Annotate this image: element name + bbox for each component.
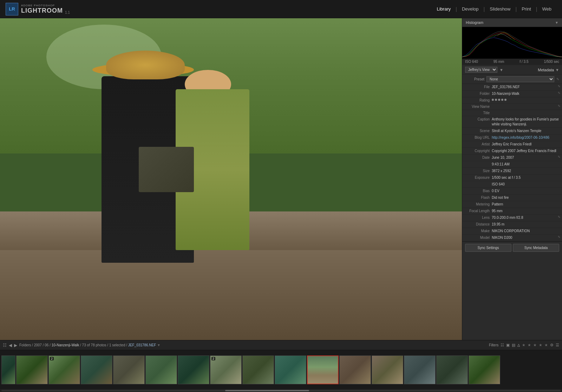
folder-edit-icon[interactable]: ✎ xyxy=(557,91,561,95)
list-item[interactable] xyxy=(275,355,306,384)
meta-value-flash: Did not fire xyxy=(492,195,561,200)
scrollbar-thumb[interactable] xyxy=(225,390,309,391)
preset-edit-icon[interactable]: ✎ xyxy=(556,77,559,81)
meta-row-model: Model NIKON D200 ✎ xyxy=(462,235,562,241)
filmstrip-settings-icon[interactable]: ⚙ xyxy=(550,343,554,347)
iso-value: ISO 640 xyxy=(465,60,478,64)
photo-canvas xyxy=(0,18,462,340)
thumbnail-badge: 2 xyxy=(211,357,215,360)
lr-icon: LR xyxy=(6,3,18,15)
main-content: ‹ Histogram ▼ xyxy=(0,18,562,340)
rating-dot-5[interactable] xyxy=(504,99,507,101)
meta-row-iso: ISO 640 xyxy=(462,181,562,188)
meta-value-lens: 70.0-200.0 mm f/2.8 xyxy=(492,215,557,220)
nav-develop[interactable]: Develop xyxy=(457,4,484,14)
preset-row: Preset None ✎ xyxy=(462,75,562,84)
filmstrip-prev-icon[interactable]: ◀ xyxy=(9,343,12,348)
histogram-expand-icon[interactable]: ▼ xyxy=(555,21,558,25)
meta-label-time xyxy=(464,162,492,162)
filmstrip-star-4[interactable]: ★ xyxy=(539,343,542,347)
meta-value-iso: ISO 640 xyxy=(492,182,561,187)
meta-label-metering: Metering xyxy=(464,202,492,206)
meta-row-exposure: Exposure 1/500 sec at f / 3.5 xyxy=(462,175,562,181)
nav-library[interactable]: Library xyxy=(432,4,456,14)
list-item[interactable] xyxy=(242,355,274,384)
meta-row-distance: Distance 19.95 m xyxy=(462,221,562,228)
metadata-expand-icon[interactable]: ▼ xyxy=(555,68,559,72)
thumbnail-badge: 2 xyxy=(50,357,54,360)
list-item[interactable] xyxy=(113,355,145,384)
histogram-title: Histogram xyxy=(466,20,483,25)
scrollbar-track[interactable] xyxy=(1,390,561,391)
filmstrip-grid-icon[interactable]: ☷ xyxy=(3,343,7,348)
rating-dot-4[interactable] xyxy=(501,99,503,101)
list-item[interactable] xyxy=(145,355,177,384)
histogram-header: Histogram ▼ xyxy=(462,18,562,27)
meta-value-exposure: 1/500 sec at f / 3.5 xyxy=(492,175,561,180)
filmstrip-view-grid-icon[interactable]: ☷ xyxy=(501,343,504,347)
filmstrip-menu-icon[interactable]: ☰ xyxy=(556,343,559,347)
list-item[interactable] xyxy=(81,355,112,384)
meta-value-blogurl[interactable]: http://regex.info/blog/2007-06-10/486 xyxy=(492,135,561,140)
viewname-edit-icon[interactable]: ✎ xyxy=(557,104,561,108)
model-edit-icon[interactable]: ✎ xyxy=(557,235,561,239)
meta-label-model: Model xyxy=(464,235,492,240)
meta-row-folder: Folder 10-Nanzenji-Walk ✎ xyxy=(462,91,562,97)
meta-value-time: 9:43:11 AM xyxy=(492,162,561,167)
rating-dot-1[interactable] xyxy=(492,99,494,101)
nav-slideshow[interactable]: Slideshow xyxy=(485,4,515,14)
list-item-selected[interactable] xyxy=(307,355,339,384)
list-item[interactable] xyxy=(372,355,403,384)
list-item[interactable] xyxy=(178,355,209,384)
list-item[interactable] xyxy=(339,355,371,384)
view-expand-icon[interactable]: ▼ xyxy=(499,68,503,72)
rating-dot-3[interactable] xyxy=(498,99,500,101)
list-item[interactable] xyxy=(436,355,468,384)
list-item[interactable]: 2 xyxy=(48,355,80,384)
meta-row-lens: Lens 70.0-200.0 mm f/2.8 ✎ xyxy=(462,215,562,221)
meta-label-make: Make xyxy=(464,229,492,233)
meta-row-rating: Rating xyxy=(462,97,562,104)
meta-value-size: 3872 x 2592 xyxy=(492,169,561,174)
selected-file: JEF_031786.NEF xyxy=(128,343,156,347)
list-item[interactable]: 2 xyxy=(210,355,242,384)
meta-row-metering: Metering Pattern xyxy=(462,201,562,208)
preset-select[interactable]: None xyxy=(486,76,554,82)
filmstrip-star-5[interactable]: ★ xyxy=(544,343,548,347)
list-item[interactable] xyxy=(404,355,436,384)
meta-value-focallength: 95 mm xyxy=(492,209,561,214)
lens-edit-icon[interactable]: ✎ xyxy=(557,215,561,219)
filmstrip-next-icon[interactable]: ▶ xyxy=(14,343,17,348)
list-item[interactable] xyxy=(469,355,500,384)
file-edit-icon[interactable]: ✎ xyxy=(557,85,561,88)
meta-label-scene: Scene xyxy=(464,129,492,133)
thumbnail-nav-prev[interactable] xyxy=(1,355,15,384)
meta-label-exposure: Exposure xyxy=(464,175,492,179)
meta-row-time: 9:43:11 AM xyxy=(462,161,562,168)
filmstrip-star-1[interactable]: ★ xyxy=(522,343,525,347)
filmstrip-path: Folders / 2007 / 06 / 10-Nanzenji-Walk /… xyxy=(19,343,161,347)
meta-row-focallength: Focal Length 95 mm xyxy=(462,208,562,215)
list-item[interactable] xyxy=(16,355,48,384)
filmstrip-view-loupe-icon[interactable]: ▣ xyxy=(506,343,510,347)
filmstrip-view-compare-icon[interactable]: ▤ xyxy=(512,343,515,347)
rating-dots[interactable] xyxy=(492,98,507,101)
view-select[interactable]: Jeffrey's View xyxy=(465,67,497,73)
histogram-info: ISO 640 95 mm f / 3.5 1/500 sec xyxy=(462,59,562,65)
rating-dot-2[interactable] xyxy=(495,99,497,101)
filmstrip-star-3[interactable]: ★ xyxy=(533,343,537,347)
meta-row-size: Size 3872 x 2592 xyxy=(462,168,562,175)
sync-metadata-button[interactable]: Sync Metadata xyxy=(513,244,559,252)
filmstrip-sort-icon[interactable]: ∆ xyxy=(517,343,520,347)
meta-value-metering: Pattern xyxy=(492,202,561,207)
metadata-header: Jeffrey's View ▼ Metadata ▼ xyxy=(462,65,562,75)
nav-print[interactable]: Print xyxy=(517,4,536,14)
meta-row-artist: Artist Jeffrey Eric Francis Friedl xyxy=(462,141,562,148)
filmstrip-left-tools: ☷ ◀ ▶ Folders / 2007 / 06 / 10-Nanzenji-… xyxy=(3,343,161,348)
sync-settings-button[interactable]: Sync Settings xyxy=(465,244,511,252)
meta-value-copyright: Copyright 2007 Jeffrey Eric Francis Frie… xyxy=(492,149,561,153)
histogram-section: Histogram ▼ xyxy=(462,18,562,65)
nav-web[interactable]: Web xyxy=(537,4,557,14)
date-edit-icon[interactable]: ✎ xyxy=(557,155,561,159)
filmstrip-star-2[interactable]: ★ xyxy=(528,343,531,347)
